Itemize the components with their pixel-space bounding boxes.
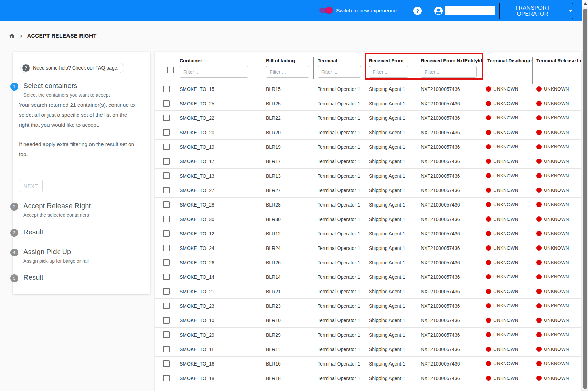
row-checkbox[interactable] [163, 129, 170, 136]
cell-terminal-discharge-status: UNKNOWN [483, 245, 532, 251]
scrollbar-thumb[interactable] [583, 9, 587, 389]
new-experience-toggle[interactable] [319, 8, 332, 13]
status-dot-icon [536, 361, 542, 366]
status-dot-icon [486, 361, 491, 366]
row-checkbox[interactable] [163, 274, 170, 280]
row-checkbox[interactable] [163, 360, 170, 367]
row-checkbox[interactable] [163, 158, 170, 165]
breadcrumb-current-link[interactable]: ACCEPT RELEASE RIGHT [27, 33, 97, 39]
step-1-subtitle: Select the containers you want to accept [23, 92, 110, 98]
scrollbar-up-button[interactable] [582, 0, 588, 7]
row-select-cell [155, 331, 175, 338]
container-filter-input[interactable] [180, 66, 248, 78]
search-result-text: Your search returned 21 container(s), co… [19, 100, 135, 130]
account-icon[interactable] [434, 7, 443, 15]
row-select-cell [155, 172, 175, 179]
cell-terminal-discharge-status: UNKNOWN [483, 289, 532, 294]
cell-received-from: Shipping Agent 1 [365, 318, 417, 323]
cell-nxtentityid: NXT21000057436 [417, 289, 483, 294]
cell-terminal-discharge-status: UNKNOWN [483, 101, 532, 106]
table-row: SMOKE_TO_10 BLR10 Terminal Operator 1 Sh… [155, 313, 581, 328]
wizard-step-1: 1 Select containers Select the container… [10, 82, 110, 98]
table-row: SMOKE_TO_24 BLR24 Terminal Operator 1 Sh… [155, 241, 581, 255]
cell-terminal: Terminal Operator 1 [313, 303, 365, 309]
page-scrollbar[interactable] [582, 0, 588, 391]
row-checkbox[interactable] [163, 115, 170, 121]
column-header-terminal-release: Terminal Release Li [532, 52, 581, 82]
next-button[interactable]: NEXT [19, 180, 43, 192]
select-all-checkbox[interactable] [167, 67, 174, 73]
cell-terminal-release-status: UNKNOWN [532, 188, 581, 193]
scroll-up-arrow-icon [584, 2, 587, 5]
status-dot-icon [536, 86, 542, 92]
status-dot-icon [536, 274, 542, 279]
chevron-down-icon [569, 10, 573, 12]
cell-received-from: Shipping Agent 1 [365, 188, 417, 193]
cell-nxtentityid: NXT21000057436 [417, 318, 483, 323]
cell-nxtentityid: NXT21000057436 [417, 260, 483, 265]
cell-received-from: Shipping Agent 1 [365, 144, 417, 150]
cell-received-from: Shipping Agent 1 [365, 173, 417, 179]
cell-received-from: Shipping Agent 1 [365, 376, 417, 381]
breadcrumb-separator: > [20, 33, 23, 39]
row-checkbox[interactable] [163, 331, 170, 338]
row-checkbox[interactable] [163, 86, 170, 92]
cell-bill-of-lading: BLR17 [262, 159, 313, 164]
row-checkbox[interactable] [163, 230, 170, 237]
row-checkbox[interactable] [163, 201, 170, 208]
terminal-filter-input[interactable] [318, 66, 361, 78]
row-select-cell [155, 375, 175, 381]
cell-terminal-release-status: UNKNOWN [532, 274, 581, 279]
table-row: SMOKE_TO_11 BLR11 Terminal Operator 1 Sh… [155, 342, 581, 357]
row-checkbox[interactable] [163, 375, 170, 381]
status-dot-icon [486, 216, 491, 222]
row-checkbox[interactable] [163, 216, 170, 222]
cell-terminal-release-status: UNKNOWN [532, 159, 581, 164]
cell-terminal: Terminal Operator 1 [313, 245, 365, 251]
row-checkbox[interactable] [163, 303, 170, 309]
cell-nxtentityid: NXT21000057436 [417, 115, 483, 121]
row-checkbox[interactable] [163, 346, 170, 352]
cell-terminal-release-status: UNKNOWN [532, 361, 581, 366]
role-dropdown-button[interactable]: TRANSPORT OPERATOR [499, 3, 573, 19]
status-dot-icon [536, 318, 542, 323]
status-dot-icon [486, 289, 491, 294]
bill-of-lading-filter-input[interactable] [266, 66, 309, 78]
home-icon[interactable] [9, 33, 15, 39]
cell-bill-of-lading: BLR14 [262, 274, 313, 280]
row-select-cell [155, 346, 175, 352]
status-dot-icon [536, 115, 542, 120]
help-icon[interactable]: ? [413, 7, 422, 15]
row-select-cell [155, 86, 175, 92]
cell-terminal-release-status: UNKNOWN [532, 245, 581, 251]
row-checkbox[interactable] [163, 288, 170, 295]
row-checkbox[interactable] [163, 245, 170, 251]
cell-container: SMOKE_TO_22 [175, 115, 262, 121]
cell-terminal-release-status: UNKNOWN [532, 303, 581, 308]
row-checkbox[interactable] [163, 317, 170, 324]
row-checkbox[interactable] [163, 144, 170, 150]
cell-terminal-release-status: UNKNOWN [532, 144, 581, 149]
cell-terminal-discharge-status: UNKNOWN [483, 144, 532, 149]
step-3-badge: 3 [10, 229, 18, 237]
status-dot-icon [486, 376, 491, 381]
question-mark-icon: ? [22, 64, 30, 72]
row-checkbox[interactable] [163, 259, 170, 266]
cell-nxtentityid: NXT21000057436 [417, 231, 483, 236]
cell-bill-of-lading: BLR16 [262, 361, 313, 367]
cell-terminal: Terminal Operator 1 [313, 115, 365, 121]
cell-nxtentityid: NXT21000057436 [417, 245, 483, 251]
nxtentityid-filter-input[interactable] [421, 66, 477, 78]
row-checkbox[interactable] [163, 100, 170, 107]
faq-button[interactable]: ? Need some help? Check our FAQ page. [20, 63, 124, 73]
cell-terminal: Terminal Operator 1 [313, 274, 365, 280]
column-header-terminal: Terminal [313, 52, 365, 82]
received-from-filter-input[interactable] [369, 66, 408, 78]
header-text-input[interactable] [445, 6, 495, 15]
status-dot-icon [486, 332, 491, 337]
column-header-received-from: Received From [365, 52, 417, 82]
status-dot-icon [536, 376, 542, 381]
row-checkbox[interactable] [163, 187, 170, 193]
step-2-title: Accept Release Right [23, 202, 91, 210]
row-checkbox[interactable] [163, 172, 170, 179]
